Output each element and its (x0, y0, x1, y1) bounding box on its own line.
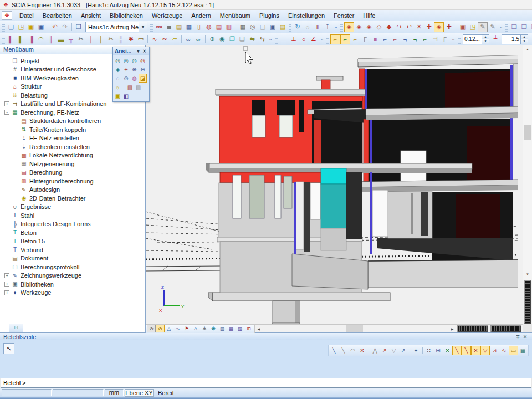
tree-item[interactable]: ▤ Dokument (0, 254, 145, 263)
scroll-left-icon[interactable]: ◀ (255, 327, 263, 331)
snap-line-icon[interactable]: ╲ (329, 346, 339, 355)
hinge-1-icon[interactable]: ⌐ (330, 34, 340, 44)
scale-spinner[interactable]: 1.5 ▲▼ (502, 34, 528, 44)
mesh-size-spinner[interactable]: 0.12... ▲▼ (463, 34, 489, 44)
tree-expander[interactable]: - (4, 110, 9, 115)
measure-icon[interactable]: ‖ (313, 22, 323, 32)
toolbar-icon[interactable] (146, 34, 150, 44)
member-add-icon[interactable]: ✚ (424, 22, 434, 32)
toolbar-icon[interactable] (326, 35, 329, 44)
new-project-icon[interactable]: ▢ (6, 22, 16, 32)
project-combo[interactable]: Haus1c Aufzug Neu ▼ (85, 22, 147, 32)
menu-bearbeiten[interactable]: Bearbeiten (38, 11, 76, 20)
menu-plugins[interactable]: Plugins (255, 11, 284, 20)
tree-item[interactable]: T Beton (0, 228, 145, 237)
tree-item[interactable]: ▥ Hintergrundberechnung (0, 177, 145, 186)
snap-ruler-icon[interactable]: ▭ (509, 346, 518, 355)
chevron-down-icon[interactable]: ▼ (139, 22, 147, 32)
tree-item[interactable]: + ▣ Bibliotheken (0, 280, 145, 289)
member-rotate-icon[interactable]: ◇ (374, 22, 384, 32)
select-binocular-icon[interactable]: ◉ (217, 34, 227, 44)
beam-insert-icon[interactable]: ▬ (56, 34, 66, 44)
copy-parallel-icon[interactable]: ❐ (227, 34, 237, 44)
center-move-icon[interactable]: ✚ (444, 22, 454, 32)
member-node-icon[interactable]: ◈ (434, 22, 444, 32)
new-window-icon[interactable]: ❐ (74, 22, 84, 32)
mirror-icon[interactable]: ⇋ (247, 34, 257, 44)
render-mode-icon[interactable]: ▦ (227, 325, 236, 332)
member-delete-icon[interactable]: ✕ (414, 22, 424, 32)
view-glasses-2-icon[interactable]: ∞ (193, 34, 203, 44)
tree-item[interactable]: ⇣ Rechenkern einstellen (0, 142, 145, 151)
toolbar-icon[interactable]: ⌄ (450, 34, 457, 44)
view-y-icon[interactable]: ◎ (122, 56, 130, 65)
tree-item[interactable]: ◉ 2D-Daten-Betrachter (0, 194, 145, 203)
clip-box-icon[interactable]: ▣ (114, 91, 122, 100)
tree-item[interactable]: T Beton 15 (0, 237, 145, 246)
command-input[interactable]: Befehl > (1, 378, 531, 388)
open-project-icon[interactable]: ◳ (16, 22, 26, 32)
tree-item[interactable]: ▤ Berechnung (0, 168, 145, 177)
snap-angle-icon[interactable]: ⊿ (490, 346, 499, 355)
print-preview-icon[interactable]: ◎ (248, 22, 258, 32)
column-dim-icon[interactable]: ║ (46, 34, 56, 44)
hinge-6-icon[interactable]: ⌐ (380, 34, 390, 44)
zoom-out-icon[interactable]: ⊖ (139, 65, 147, 74)
toolbar-icon[interactable] (203, 34, 207, 44)
node-align-icon[interactable]: ╬ (116, 34, 126, 44)
tree-item[interactable]: ⇣ FE-Netz einstellen (0, 134, 145, 143)
render-mode-2-icon[interactable]: ▧ (236, 325, 244, 332)
hinge-2-icon[interactable]: ⌐ (340, 34, 350, 44)
visibility-settings-icon[interactable]: ◪ (139, 74, 147, 83)
member-copy-icon[interactable]: ◈ (354, 22, 364, 32)
view-z-icon[interactable]: ◎ (130, 56, 139, 65)
vertical-zoom-slider[interactable] (524, 280, 531, 324)
snap-off-icon[interactable]: ✕ (357, 346, 367, 355)
scroll-right-icon[interactable]: ▶ (448, 327, 456, 331)
spinner-down-icon[interactable]: ▼ (482, 39, 489, 44)
flag-icon[interactable]: ⚑ (182, 325, 191, 332)
view-axo-icon[interactable]: ◎ (139, 56, 147, 65)
grid-dot-icon[interactable]: ∷ (424, 346, 433, 355)
axes-triangle-icon[interactable]: △ (165, 325, 173, 332)
snap-icon[interactable] (408, 346, 411, 355)
columns-view-icon[interactable]: ▥ (218, 325, 227, 332)
member-redirect-icon[interactable]: ↪ (394, 22, 404, 32)
menu-fenster[interactable]: Fenster (329, 11, 359, 20)
zoom-selection-icon[interactable]: ◌ (303, 22, 313, 32)
tree-item[interactable]: ▦ Netzgenerierung (0, 160, 145, 168)
menu-bibliotheken[interactable]: Bibliotheken (105, 11, 147, 20)
view-glasses-icon[interactable]: ∞ (183, 34, 193, 44)
render-settings-2-icon[interactable]: ▤ (134, 83, 142, 91)
tree-item[interactable]: ✎ Autodesign (0, 186, 145, 195)
hinge-3-icon[interactable]: ⌐ (350, 34, 360, 44)
model-canvas[interactable]: Z Y X (146, 45, 523, 324)
tree-item[interactable]: ▩ Lokale Netzverdichtung (0, 151, 145, 160)
paste-gray-icon[interactable]: ❏ (237, 34, 247, 44)
tree-item[interactable]: ▢ Berechnungsprotokoll (0, 263, 145, 272)
save-picture-icon[interactable]: ▣ (458, 22, 468, 32)
snap-arc-icon[interactable]: ◠ (348, 346, 357, 355)
view-x-icon[interactable]: ◎ (114, 56, 122, 65)
move-icon[interactable]: ⇆ (257, 34, 267, 44)
save-as-icon[interactable]: ▣ (36, 22, 46, 32)
toolbar-icon[interactable] (2, 23, 5, 32)
tee-icon[interactable]: ⊥ (289, 34, 299, 44)
section-0-icon[interactable]: ⊘ (147, 325, 156, 332)
layer-manager-icon[interactable]: ▤ (174, 22, 184, 32)
undo-icon[interactable]: ↶ (50, 22, 60, 32)
hinge-5-icon[interactable]: ≡ (370, 34, 380, 44)
menu-ansicht[interactable]: Ansicht (76, 11, 105, 20)
toolbar-icon[interactable] (340, 23, 343, 32)
spinner-up-icon[interactable]: ▲ (521, 35, 528, 39)
grid-line-icon[interactable]: ⊞ (433, 346, 443, 355)
hinge-8-icon[interactable]: ¬ (400, 34, 410, 44)
reset-display-icon[interactable]: ✕ (529, 34, 532, 44)
hinge-7-icon[interactable]: ⌐ (390, 34, 400, 44)
section-1-icon[interactable]: ⊘ (156, 325, 165, 332)
toolbar-icon[interactable] (234, 22, 238, 32)
tree-item[interactable]: ⇅ Teile/Knoten koppeln (0, 125, 145, 134)
polygon-icon[interactable]: ▱ (170, 34, 180, 44)
results-chart-icon[interactable]: ∿ (173, 325, 182, 332)
template-icon[interactable]: ❑ (529, 22, 532, 32)
